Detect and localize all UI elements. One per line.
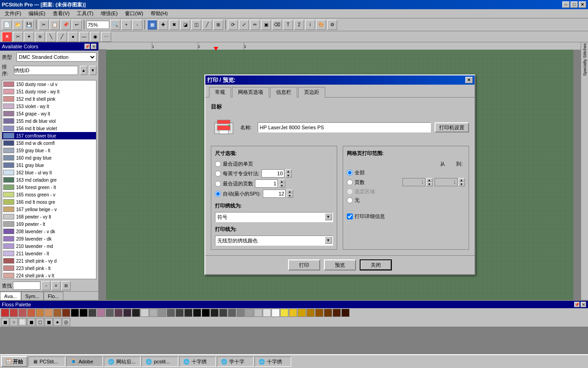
floss-swatch[interactable] <box>106 309 114 317</box>
order-input[interactable] <box>14 66 78 75</box>
save-button[interactable]: 💾 <box>24 20 34 30</box>
dialog-close-btn[interactable]: ✕ <box>465 77 473 83</box>
zoom-search-button[interactable]: 🔍 <box>110 20 120 30</box>
menu-view[interactable]: 查看(V) <box>49 9 74 18</box>
order-btn1[interactable]: ▲ <box>80 66 87 75</box>
print-details-checkbox[interactable] <box>347 213 353 219</box>
frame-button[interactable]: ⊞ <box>213 20 223 30</box>
color-item[interactable]: 164 forest green - lt <box>2 184 96 191</box>
auto-spi-input[interactable] <box>263 190 286 198</box>
best-pages-up[interactable]: ▲ <box>279 179 285 184</box>
thread-as-select[interactable]: 无线型的绣线颜色 <box>215 236 333 246</box>
tab-general[interactable]: 常规 <box>209 87 231 98</box>
back-button[interactable]: ╱ <box>202 20 212 30</box>
floss-swatch[interactable] <box>324 309 332 317</box>
search-go-btn[interactable]: → <box>41 281 51 290</box>
color-item[interactable]: 168 pewter - vy lt <box>2 213 96 220</box>
maximize-button[interactable]: □ <box>571 1 578 8</box>
text-button[interactable]: T <box>283 20 293 30</box>
tool2-2[interactable]: ✦ <box>24 32 34 42</box>
cut-button[interactable]: ✂ <box>39 20 49 30</box>
floss-swatch[interactable] <box>254 309 262 317</box>
color-item[interactable]: 210 lavender - md <box>2 242 96 250</box>
color-item[interactable]: 223 shell pink - lt <box>2 264 96 272</box>
tool-swatch[interactable]: ◼ <box>27 318 35 326</box>
per-inch-down[interactable]: ▼ <box>285 173 292 178</box>
order-btn2[interactable]: ▼ <box>89 66 96 75</box>
color-item[interactable]: 150 dusty rose - ul v <box>2 80 96 88</box>
menu-help[interactable]: 帮助(H) <box>147 9 171 18</box>
floss-swatch[interactable] <box>114 309 123 317</box>
tool2-9[interactable]: ⋯ <box>101 32 111 42</box>
floss-swatch[interactable] <box>123 309 131 317</box>
tab-info-bar[interactable]: 信息栏 <box>270 87 297 98</box>
color-item[interactable]: 154 grape - wy lt <box>2 110 96 117</box>
tool-swatch[interactable]: ⬜ <box>18 318 27 326</box>
floss-swatch[interactable] <box>202 309 210 317</box>
close-x-button[interactable]: ✕ <box>2 32 12 42</box>
tool-swatch[interactable]: ◻ <box>36 318 44 326</box>
tool2-4[interactable]: ╲ <box>46 32 56 42</box>
paste-button[interactable]: 📌 <box>61 20 71 30</box>
tab-available[interactable]: Ava... <box>0 292 21 300</box>
menu-tools[interactable]: 工具(T) <box>73 9 97 18</box>
floss-swatch[interactable] <box>193 309 201 317</box>
color-item[interactable]: 224 shell pink - v lt <box>2 272 96 279</box>
floss-swatch[interactable] <box>306 309 315 317</box>
floss-swatch[interactable] <box>27 309 35 317</box>
quarter-button[interactable]: ◫ <box>191 20 201 30</box>
floss-swatch[interactable] <box>141 309 149 317</box>
tab-floss[interactable]: Flo... <box>44 292 63 300</box>
floss-swatch[interactable] <box>175 309 184 317</box>
floss-swatch[interactable] <box>184 309 192 317</box>
extra-button[interactable]: ⚙ <box>327 20 337 30</box>
radio-pages[interactable] <box>347 179 353 185</box>
color-item[interactable]: 159 gray blue - lt <box>2 147 96 154</box>
search-list-btn[interactable]: ≡ <box>51 281 61 290</box>
color-item[interactable]: 158 md w dk cornfl <box>2 139 96 147</box>
minimize-button[interactable]: ─ <box>562 1 570 8</box>
palette-button[interactable]: 🎨 <box>316 20 326 30</box>
half-button[interactable]: ◪ <box>180 20 190 30</box>
radio-best-pages[interactable] <box>215 181 221 187</box>
taskbar-item-2[interactable]: 🌐 网站后... <box>104 356 141 367</box>
floss-swatch[interactable] <box>36 309 44 317</box>
radio-per-inch[interactable] <box>215 171 221 177</box>
floss-swatch[interactable] <box>245 309 254 317</box>
cross-button[interactable]: ✖ <box>169 20 179 30</box>
floss-swatch[interactable] <box>167 309 175 317</box>
pencil-button[interactable]: ✏ <box>250 20 260 30</box>
floss-swatch[interactable] <box>341 309 350 317</box>
color-item[interactable]: 167 yellow beige - v <box>2 206 96 213</box>
floss-swatch[interactable] <box>219 309 227 317</box>
zoom-in-button[interactable]: + <box>121 20 131 30</box>
floss-swatch[interactable] <box>97 309 105 317</box>
color-item[interactable]: 169 pewter - lt <box>2 220 96 228</box>
to-down[interactable]: ▼ <box>458 182 465 186</box>
select-button[interactable]: ⟳ <box>228 20 238 30</box>
panel-pin-button[interactable]: 📌 <box>85 44 90 49</box>
color-item[interactable]: 221 shell pink - vy d <box>2 257 96 264</box>
undo-button[interactable]: ↩ <box>72 20 82 30</box>
floss-swatch[interactable] <box>10 309 18 317</box>
tool2-6[interactable]: ● <box>68 32 78 42</box>
floss-swatch[interactable] <box>237 309 245 317</box>
tab-grid-options[interactable]: 网格页选项 <box>232 87 269 98</box>
move-button[interactable]: ⤢ <box>239 20 249 30</box>
radio-auto-spi[interactable] <box>215 191 221 197</box>
to-up[interactable]: ▲ <box>458 178 465 182</box>
print-as-select[interactable]: 符号 <box>215 212 333 222</box>
tool2-5[interactable]: ╱ <box>57 32 67 42</box>
floss-swatch[interactable] <box>71 309 79 317</box>
preview-button[interactable]: 预览 <box>324 259 356 270</box>
color-item[interactable]: 166 md lt moss gre <box>2 198 96 206</box>
tab-symbols[interactable]: Sym... <box>21 292 44 300</box>
color-item[interactable]: 153 violet - wy lt <box>2 103 96 110</box>
floss-swatch[interactable] <box>280 309 288 317</box>
floss-swatch[interactable] <box>45 309 53 317</box>
start-button[interactable]: 🪟 开始 <box>1 356 28 367</box>
color-item[interactable]: 208 lavender - v dk <box>2 228 96 235</box>
color-item[interactable]: 211 lavender - lt <box>2 250 96 257</box>
fill-button[interactable]: ▣ <box>261 20 271 30</box>
tool-swatch[interactable]: ◼ <box>1 318 9 326</box>
